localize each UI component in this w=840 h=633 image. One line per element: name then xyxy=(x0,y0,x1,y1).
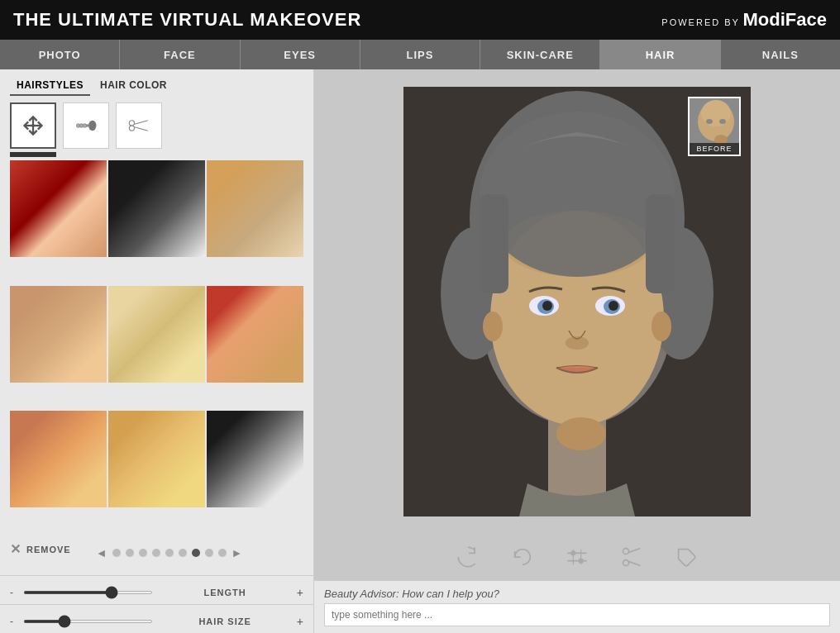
tab-eyes[interactable]: EYES xyxy=(241,40,360,69)
hair-size-slider-container: - HAIR SIZE + xyxy=(0,604,313,633)
svg-point-44 xyxy=(623,549,629,554)
undo-tool[interactable] xyxy=(508,542,537,572)
page-dot-0[interactable] xyxy=(112,549,121,557)
svg-line-10 xyxy=(134,127,148,131)
page-dot-6[interactable] xyxy=(192,549,200,557)
svg-line-47 xyxy=(628,561,641,565)
length-slider-container: - LENGTH + xyxy=(0,575,313,604)
move-tool-button[interactable] xyxy=(10,102,56,149)
tool-row xyxy=(0,96,313,155)
advisor-title: Beauty Advisor: xyxy=(324,588,399,600)
before-label: BEFORE xyxy=(690,143,739,155)
svg-rect-31 xyxy=(646,194,675,293)
hairstyle-item-5[interactable] xyxy=(108,286,205,383)
length-slider[interactable] xyxy=(23,591,153,594)
svg-point-36 xyxy=(719,119,726,124)
hairstyle-item-3[interactable] xyxy=(207,160,303,257)
hair-size-minus[interactable]: - xyxy=(10,616,17,627)
brush-tool-button[interactable] xyxy=(63,102,109,149)
hair-size-plus[interactable]: + xyxy=(297,615,303,628)
tag-tool[interactable] xyxy=(671,542,701,572)
advisor-label: Beauty Advisor: How can I help you? xyxy=(324,588,830,600)
page-dot-2[interactable] xyxy=(139,549,147,557)
hairstyle-item-8[interactable] xyxy=(108,411,205,507)
scissors-tool-button[interactable] xyxy=(116,102,162,149)
hairstyle-item-9[interactable] xyxy=(207,411,303,507)
sub-tabs: HAIRSTYLES HAIR COLOR xyxy=(0,69,313,96)
length-minus[interactable]: - xyxy=(10,587,17,598)
page-dot-4[interactable] xyxy=(165,549,174,557)
main-content: HAIRSTYLES HAIR COLOR xyxy=(0,69,840,633)
header: THE ULTIMATE VIRTUAL MAKEOVER POWERED BY… xyxy=(0,0,840,40)
pagination: ◄ ► xyxy=(96,546,243,559)
svg-point-45 xyxy=(623,560,629,566)
svg-point-6 xyxy=(83,124,87,128)
length-slider-row: - LENGTH + xyxy=(10,586,303,599)
remove-label: REMOVE xyxy=(26,545,71,554)
adjust-tool[interactable] xyxy=(562,542,592,572)
advisor-prompt: How can I help you? xyxy=(402,588,499,600)
svg-point-28 xyxy=(651,312,671,341)
pagination-row: ✕ REMOVE ◄ ► xyxy=(10,541,303,564)
prev-page-arrow[interactable]: ◄ xyxy=(96,546,107,559)
page-dot-5[interactable] xyxy=(179,549,187,557)
hair-size-slider[interactable] xyxy=(23,620,153,623)
page-dot-3[interactable] xyxy=(152,549,160,557)
svg-point-23 xyxy=(542,301,552,311)
scissors-photo-tool[interactable] xyxy=(617,542,647,572)
advisor-input[interactable] xyxy=(324,603,830,626)
remove-button[interactable]: ✕ REMOVE xyxy=(10,541,71,557)
selected-indicator xyxy=(10,152,56,157)
advisor-area: Beauty Advisor: How can I help you? xyxy=(314,580,840,633)
left-panel: HAIRSTYLES HAIR COLOR xyxy=(0,69,314,633)
subtab-haircolor[interactable]: HAIR COLOR xyxy=(93,76,174,96)
tab-nails[interactable]: NAILS xyxy=(721,40,840,69)
length-label: LENGTH xyxy=(160,588,289,597)
tab-lips[interactable]: LIPS xyxy=(360,40,480,69)
hairstyle-item-6[interactable] xyxy=(207,286,303,383)
photo-area: BEFORE xyxy=(314,69,840,534)
svg-line-9 xyxy=(134,121,148,125)
page-dot-1[interactable] xyxy=(126,549,134,557)
tab-hair[interactable]: HAIR xyxy=(600,40,720,69)
tab-face[interactable]: FACE xyxy=(120,40,240,69)
before-thumbnail[interactable]: BEFORE xyxy=(688,97,741,156)
page-dot-8[interactable] xyxy=(218,549,227,557)
hairstyle-grid xyxy=(0,160,313,535)
tab-photo[interactable]: PHOTO xyxy=(0,40,120,69)
photo-toolbar xyxy=(314,534,840,580)
svg-point-24 xyxy=(609,301,618,311)
rotate-tool[interactable] xyxy=(453,542,483,572)
hairstyle-item-7[interactable] xyxy=(10,411,107,507)
svg-point-7 xyxy=(129,121,134,126)
svg-point-34 xyxy=(701,100,731,126)
svg-line-46 xyxy=(628,549,641,553)
hair-size-slider-row: - HAIR SIZE + xyxy=(10,615,303,628)
svg-point-35 xyxy=(706,119,713,124)
nav-tabs: PHOTO FACE EYES LIPS SKIN-CARE HAIR NAIL… xyxy=(0,40,840,69)
right-panel: BEFORE xyxy=(314,69,840,633)
hairstyle-item-4[interactable] xyxy=(10,286,107,383)
svg-point-26 xyxy=(556,417,606,450)
subtab-hairstyles[interactable]: HAIRSTYLES xyxy=(10,76,90,96)
brand-area: POWERED BY ModiFace xyxy=(661,9,827,31)
main-photo: BEFORE xyxy=(403,87,751,516)
bottom-controls: ✕ REMOVE ◄ ► xyxy=(0,535,313,575)
length-plus[interactable]: + xyxy=(297,586,303,599)
tab-skincare[interactable]: SKIN-CARE xyxy=(480,40,600,69)
app-title: THE ULTIMATE VIRTUAL MAKEOVER xyxy=(13,9,361,31)
hair-size-label: HAIR SIZE xyxy=(160,616,289,626)
svg-point-27 xyxy=(483,312,503,341)
powered-by-text: POWERED BY xyxy=(661,17,740,27)
hairstyle-item-1[interactable] xyxy=(10,160,107,257)
brand-name: ModiFace xyxy=(743,9,827,30)
svg-rect-30 xyxy=(480,194,508,293)
hairstyle-item-2[interactable] xyxy=(108,160,205,257)
page-dot-7[interactable] xyxy=(205,549,213,557)
next-page-arrow[interactable]: ► xyxy=(231,546,243,559)
svg-point-8 xyxy=(129,126,134,131)
